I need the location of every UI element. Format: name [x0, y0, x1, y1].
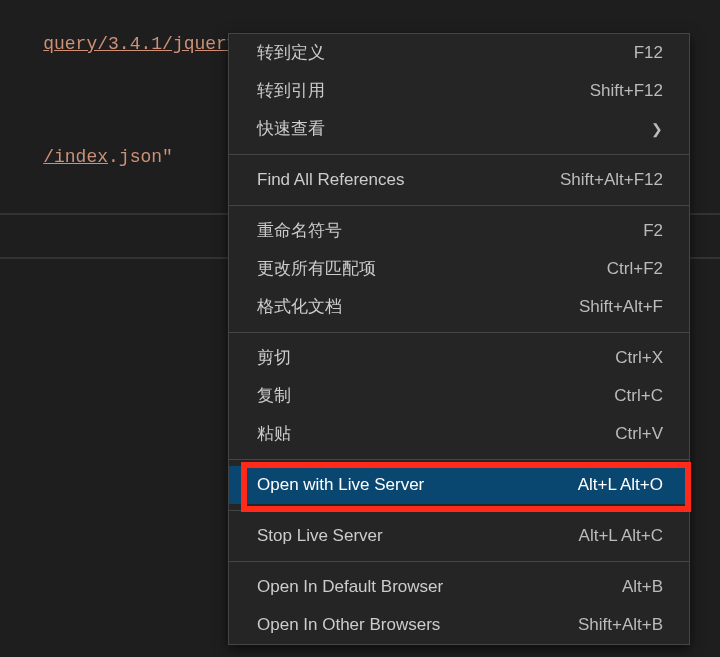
menu-item-label: Open In Other Browsers [257, 613, 440, 637]
menu-item-open-default-browser[interactable]: Open In Default BrowserAlt+B [229, 568, 689, 606]
menu-separator [229, 154, 689, 155]
menu-separator [229, 332, 689, 333]
menu-item-shortcut: Shift+Alt+F12 [560, 168, 663, 192]
menu-item-label: 转到定义 [257, 41, 325, 65]
menu-separator [229, 205, 689, 206]
menu-item-shortcut: Shift+F12 [590, 79, 663, 103]
menu-item-shortcut: F12 [634, 41, 663, 65]
menu-item-label: Open with Live Server [257, 473, 424, 497]
menu-item-shortcut: Alt+L Alt+O [578, 473, 663, 497]
menu-item-label: Find All References [257, 168, 404, 192]
chevron-right-icon: ❯ [651, 117, 663, 141]
menu-item-label: 重命名符号 [257, 219, 342, 243]
menu-item-label: 剪切 [257, 346, 291, 370]
menu-separator [229, 561, 689, 562]
menu-item-rename-symbol[interactable]: 重命名符号F2 [229, 212, 689, 250]
code-string: /index [43, 147, 108, 167]
menu-item-shortcut: F2 [643, 219, 663, 243]
menu-item-label: 格式化文档 [257, 295, 342, 319]
menu-item-shortcut: Ctrl+C [614, 384, 663, 408]
menu-item-label: Open In Default Browser [257, 575, 443, 599]
menu-item-paste[interactable]: 粘贴Ctrl+V [229, 415, 689, 453]
menu-item-goto-definition[interactable]: 转到定义F12 [229, 34, 689, 72]
menu-item-cut[interactable]: 剪切Ctrl+X [229, 339, 689, 377]
menu-item-label: 粘贴 [257, 422, 291, 446]
menu-item-label: 更改所有匹配项 [257, 257, 376, 281]
menu-item-label: Stop Live Server [257, 524, 383, 548]
menu-item-shortcut: Ctrl+X [615, 346, 663, 370]
menu-item-shortcut: Alt+B [622, 575, 663, 599]
menu-separator [229, 510, 689, 511]
menu-item-shortcut: Ctrl+F2 [607, 257, 663, 281]
menu-item-open-with-live-server[interactable]: Open with Live ServerAlt+L Alt+O [229, 466, 689, 504]
menu-item-label: 转到引用 [257, 79, 325, 103]
menu-item-label: 复制 [257, 384, 291, 408]
menu-item-shortcut: Alt+L Alt+C [579, 524, 663, 548]
menu-item-change-all-occurrences[interactable]: 更改所有匹配项Ctrl+F2 [229, 250, 689, 288]
menu-item-copy[interactable]: 复制Ctrl+C [229, 377, 689, 415]
menu-item-peek[interactable]: 快速查看❯ [229, 110, 689, 148]
menu-item-open-other-browsers[interactable]: Open In Other BrowsersShift+Alt+B [229, 606, 689, 644]
code-line: /index.json" [0, 115, 173, 199]
menu-item-format-document[interactable]: 格式化文档Shift+Alt+F [229, 288, 689, 326]
menu-item-shortcut: Shift+Alt+F [579, 295, 663, 319]
menu-item-shortcut: Ctrl+V [615, 422, 663, 446]
code-string: .json" [108, 147, 173, 167]
menu-item-shortcut: Shift+Alt+B [578, 613, 663, 637]
menu-separator [229, 459, 689, 460]
menu-item-stop-live-server[interactable]: Stop Live ServerAlt+L Alt+C [229, 517, 689, 555]
menu-item-goto-references[interactable]: 转到引用Shift+F12 [229, 72, 689, 110]
context-menu: 转到定义F12转到引用Shift+F12快速查看❯Find All Refere… [228, 33, 690, 645]
menu-item-label: 快速查看 [257, 117, 325, 141]
menu-item-find-all-references[interactable]: Find All ReferencesShift+Alt+F12 [229, 161, 689, 199]
